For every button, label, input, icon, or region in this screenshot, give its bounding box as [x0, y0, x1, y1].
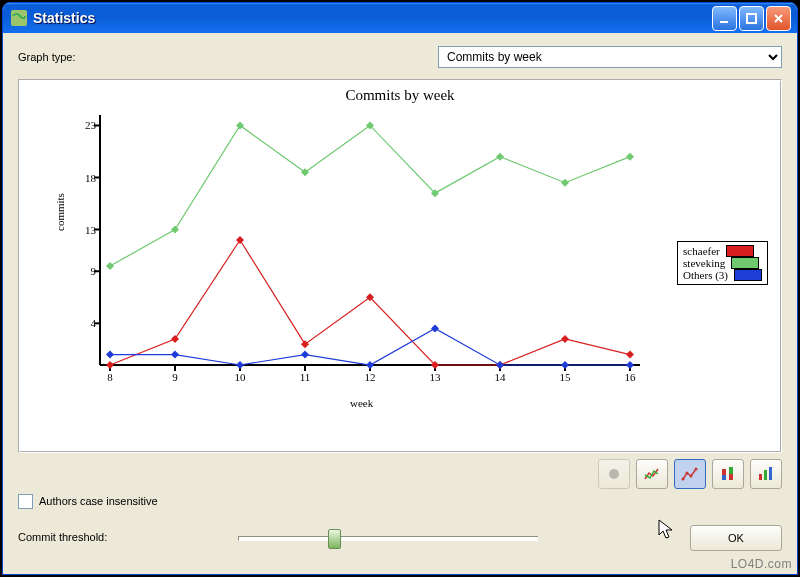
y-tick: 18 [78, 172, 96, 184]
titlebar[interactable]: Statistics [3, 3, 797, 33]
legend-item: steveking [683, 257, 762, 269]
line-chart-button[interactable] [636, 459, 668, 489]
commit-threshold-label: Commit threshold: [18, 531, 218, 543]
svg-marker-34 [561, 179, 569, 187]
svg-marker-35 [626, 153, 634, 161]
commit-threshold-slider[interactable] [238, 527, 538, 547]
legend-label: schaefer [683, 245, 720, 257]
ok-button[interactable]: OK [690, 525, 782, 551]
svg-marker-26 [626, 351, 634, 359]
svg-marker-27 [106, 262, 114, 270]
svg-point-49 [695, 468, 698, 471]
svg-rect-55 [764, 470, 767, 480]
stacked-bar-button[interactable] [712, 459, 744, 489]
svg-marker-33 [496, 153, 504, 161]
legend: schaeferstevekingOthers (3) [677, 241, 768, 285]
minimize-button[interactable] [712, 6, 737, 31]
statistics-window: Statistics Graph type: Commits by week C… [2, 2, 798, 575]
svg-point-46 [682, 478, 685, 481]
legend-item: schaefer [683, 245, 762, 257]
x-axis-label: week [350, 397, 373, 409]
window-title: Statistics [33, 10, 712, 26]
svg-marker-44 [626, 361, 634, 369]
svg-point-45 [609, 469, 619, 479]
svg-marker-19 [171, 335, 179, 343]
app-icon [11, 10, 27, 26]
svg-rect-51 [722, 475, 726, 480]
y-tick: 4 [78, 317, 96, 329]
svg-rect-1 [747, 14, 756, 23]
svg-marker-20 [236, 236, 244, 244]
svg-marker-41 [431, 325, 439, 333]
legend-label: Others (3) [683, 269, 728, 281]
line-chart-markers-button[interactable] [674, 459, 706, 489]
checkbox-icon [18, 494, 33, 509]
ok-button-label: OK [728, 532, 744, 544]
legend-swatch [726, 245, 754, 257]
svg-marker-25 [561, 335, 569, 343]
slider-thumb-icon [328, 529, 341, 549]
svg-marker-30 [301, 168, 309, 176]
svg-marker-40 [366, 361, 374, 369]
svg-marker-37 [171, 351, 179, 359]
svg-marker-43 [561, 361, 569, 369]
chart-area: Commits by week commits week 49131823 89… [18, 79, 782, 453]
y-tick: 23 [78, 119, 96, 131]
legend-label: steveking [683, 257, 725, 269]
svg-marker-36 [106, 351, 114, 359]
svg-rect-53 [729, 474, 733, 480]
y-tick: 9 [78, 265, 96, 277]
plot-canvas [100, 115, 640, 365]
svg-point-47 [686, 472, 689, 475]
legend-swatch [734, 269, 762, 281]
svg-marker-28 [171, 226, 179, 234]
y-axis-label: commits [54, 193, 66, 231]
y-tick: 13 [78, 224, 96, 236]
authors-case-insensitive-checkbox[interactable]: Authors case insensitive [18, 491, 782, 511]
svg-rect-0 [720, 21, 728, 23]
svg-marker-39 [301, 351, 309, 359]
chart-toolbar [598, 459, 782, 489]
svg-marker-42 [496, 361, 504, 369]
legend-item: Others (3) [683, 269, 762, 281]
svg-marker-21 [301, 340, 309, 348]
record-button[interactable] [598, 459, 630, 489]
svg-marker-18 [106, 361, 114, 369]
svg-point-48 [690, 475, 693, 478]
maximize-button[interactable] [739, 6, 764, 31]
graph-type-select[interactable]: Commits by week [438, 46, 782, 68]
svg-marker-29 [236, 121, 244, 129]
svg-rect-56 [769, 467, 772, 480]
graph-type-label: Graph type: [18, 51, 138, 63]
chart-title: Commits by week [20, 87, 780, 104]
client-area: Graph type: Commits by week Commits by w… [6, 33, 794, 571]
svg-rect-54 [759, 474, 762, 480]
svg-marker-38 [236, 361, 244, 369]
bar-chart-button[interactable] [750, 459, 782, 489]
legend-swatch [731, 257, 759, 269]
checkbox-label: Authors case insensitive [39, 495, 158, 507]
close-button[interactable] [766, 6, 791, 31]
